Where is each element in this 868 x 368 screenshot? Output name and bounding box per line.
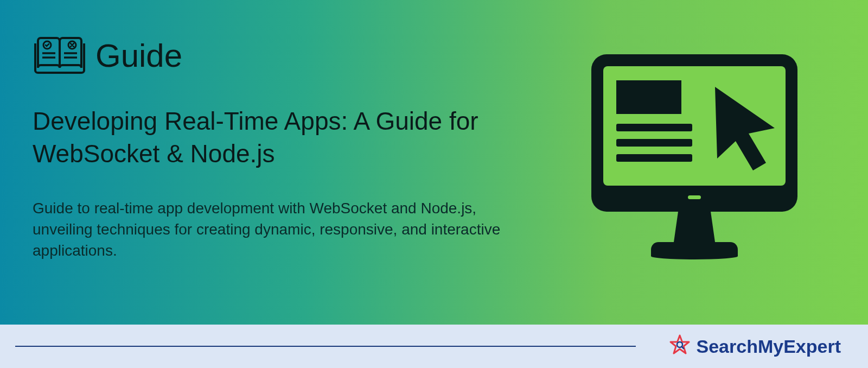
brand-name: SearchMyExpert (697, 336, 841, 357)
svg-rect-9 (688, 195, 701, 199)
page-title: Developing Real-Time Apps: A Guide for W… (33, 105, 521, 170)
svg-rect-14 (616, 154, 692, 162)
guide-book-icon (33, 33, 87, 78)
star-icon (668, 334, 691, 359)
svg-rect-13 (616, 139, 692, 147)
footer-divider (15, 346, 636, 347)
svg-rect-8 (603, 186, 786, 202)
svg-rect-11 (616, 80, 681, 114)
monitor-cursor-icon (570, 33, 819, 284)
page-description: Guide to real-time app development with … (33, 198, 521, 262)
category-header: Guide (33, 33, 521, 78)
svg-point-10 (651, 253, 738, 259)
brand-logo: SearchMyExpert (668, 334, 841, 359)
hero-banner: Guide Developing Real-Time Apps: A Guide… (0, 0, 868, 325)
svg-rect-12 (616, 124, 692, 131)
content-area: Guide Developing Real-Time Apps: A Guide… (33, 33, 521, 261)
footer-bar: SearchMyExpert (0, 325, 868, 368)
category-label: Guide (95, 37, 182, 74)
